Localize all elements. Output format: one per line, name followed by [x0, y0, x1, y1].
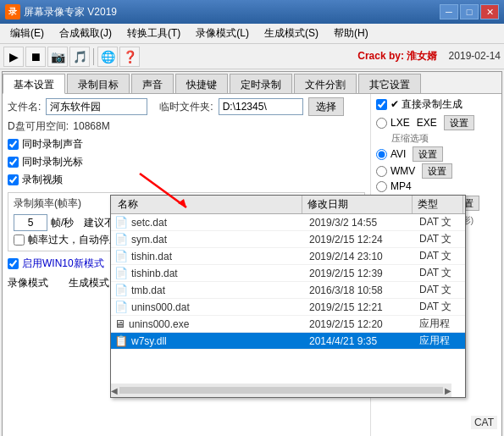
sync-optical-row: 同时录制光标: [8, 155, 365, 169]
app-icon: 录: [5, 4, 20, 19]
tab-other[interactable]: 其它设置: [358, 74, 421, 93]
file-row[interactable]: 📄 unins000.dat 2019/2/15 12:21 DAT 文: [111, 299, 465, 316]
avi-settings-btn[interactable]: 设置: [413, 146, 443, 162]
file-type: DAT 文: [414, 249, 465, 263]
sync-sound-row: 同时录制声音: [8, 137, 365, 152]
file-date: 2016/3/18 10:58: [304, 284, 414, 296]
select-folder-button[interactable]: 选择: [308, 97, 344, 116]
file-name: unins000.dat: [131, 301, 190, 313]
file-name-cell: 📄 tmb.dat: [111, 284, 304, 296]
col-date[interactable]: 修改日期: [302, 196, 413, 213]
lxe-radio[interactable]: [376, 118, 387, 129]
file-row[interactable]: 📄 sym.dat 2019/2/15 12:24 DAT 文: [111, 231, 465, 248]
file-name: tishin.dat: [131, 251, 172, 262]
menu-edit[interactable]: 编辑(E): [3, 25, 51, 42]
wmv-label: WMV: [390, 165, 415, 177]
file-name: setc.dat: [131, 217, 167, 229]
file-icon: 📄: [114, 267, 128, 279]
sync-optical-check[interactable]: [8, 157, 19, 168]
col-name[interactable]: 名称: [113, 196, 302, 213]
exe-label: EXE: [417, 117, 437, 129]
file-row[interactable]: 📄 tmb.dat 2016/3/18 10:58 DAT 文: [111, 282, 465, 299]
maximize-button[interactable]: □: [460, 4, 479, 19]
file-list-header: 名称 修改日期 类型: [111, 196, 465, 214]
wmv-settings-btn[interactable]: 设置: [422, 163, 452, 179]
sync-sound-label: 同时录制声音: [22, 137, 83, 152]
minimize-button[interactable]: ─: [440, 4, 458, 19]
temp-folder-input[interactable]: [219, 98, 303, 115]
file-name: tishinb.dat: [131, 268, 178, 279]
sync-sound-check[interactable]: [8, 139, 19, 150]
win10-mode-check[interactable]: [8, 258, 19, 269]
file-name-cell: 📄 sym.dat: [111, 233, 304, 246]
file-name-cell: 📋 w7sy.dll: [111, 334, 304, 347]
window-controls: ─ □ ✕: [440, 4, 499, 19]
mp4-label: MP4: [390, 180, 412, 192]
lxe-label: LXE: [390, 117, 410, 129]
tab-record-target[interactable]: 录制目标: [67, 74, 130, 93]
lxe-row: LXE EXE 设置: [376, 115, 496, 130]
file-row[interactable]: 📄 tishinb.dat 2019/2/15 12:39 DAT 文: [111, 265, 465, 282]
file-icon: 📄: [114, 250, 128, 262]
file-type: DAT 文: [414, 300, 465, 314]
toolbar-btn-6[interactable]: ❓: [119, 47, 140, 67]
generate-mode-label: 生成模式: [69, 276, 109, 290]
overspeed-check[interactable]: [14, 235, 25, 246]
horizontal-scrollbar[interactable]: ◀ ▶: [111, 384, 451, 397]
toolbar-btn-1[interactable]: ▶: [3, 47, 24, 67]
direct-gen-check[interactable]: [376, 99, 387, 110]
tab-basic-settings[interactable]: 基本设置: [3, 74, 65, 94]
tab-hotkeys[interactable]: 快捷键: [175, 74, 228, 93]
disk-space-row: D盘可用空间: 10868M: [8, 119, 365, 134]
toolbar: ▶ ⏹ 📷 🎵 🌐 ❓ Crack by: 淮女婿 2019-02-14: [0, 44, 504, 69]
tab-timer[interactable]: 定时录制: [230, 74, 292, 93]
avi-radio[interactable]: [376, 149, 387, 160]
record-mode-label: 录像模式: [8, 276, 48, 290]
direct-gen-row: ✔ 直接录制生成: [376, 97, 496, 112]
file-row[interactable]: 📄 tishin.dat 2019/2/14 23:10 DAT 文: [111, 248, 465, 265]
mp4-radio[interactable]: [376, 181, 387, 192]
file-name: unins000.exe: [129, 318, 189, 330]
tab-sound[interactable]: 声音: [131, 74, 174, 93]
toolbar-btn-2[interactable]: ⏹: [25, 47, 46, 67]
lxe-settings-btn[interactable]: 设置: [444, 115, 474, 130]
file-row[interactable]: 📄 setc.dat 2019/3/2 14:55 DAT 文: [111, 214, 465, 231]
record-video-label: 录制视频: [22, 173, 63, 187]
avi-row: AVI 设置: [376, 146, 496, 162]
col-type[interactable]: 类型: [413, 196, 463, 213]
file-date: 2019/2/14 23:10: [304, 251, 414, 262]
win10-mode-label[interactable]: 启用WIN10新模式: [22, 257, 104, 271]
crack-info: Crack by: 淮女婿 2019-02-14: [357, 49, 501, 63]
file-type: DAT 文: [414, 232, 465, 246]
file-row[interactable]: 🖥 unins000.exe 2019/2/15 12:20 应用程: [111, 316, 465, 333]
wmv-radio[interactable]: [376, 166, 387, 177]
menu-convert[interactable]: 转换工具(T): [120, 25, 187, 42]
app-title: 屏幕录像专家 V2019: [24, 5, 440, 19]
freq-unit: 帧/秒: [51, 216, 74, 230]
temp-folder-label: 临时文件夹:: [159, 100, 213, 114]
file-type: DAT 文: [414, 215, 465, 229]
menu-record-mode[interactable]: 录像模式(L): [189, 25, 256, 42]
close-button[interactable]: ✕: [480, 4, 499, 19]
file-icon: 📋: [114, 334, 128, 347]
file-row[interactable]: 📋 w7sy.dll 2014/4/21 9:35 应用程: [111, 333, 465, 350]
disk-space-label: D盘可用空间: 10868M: [8, 119, 110, 134]
toolbar-btn-3[interactable]: 📷: [47, 47, 68, 67]
menu-help[interactable]: 帮助(H): [327, 25, 375, 42]
file-date: 2019/3/2 14:55: [304, 217, 414, 229]
freq-input[interactable]: [14, 214, 47, 231]
toolbar-btn-4[interactable]: 🎵: [69, 47, 90, 67]
format-radio-group: LXE EXE 设置 压缩选项 AVI 设置 WMV 设置 MP4: [376, 115, 496, 192]
toolbar-btn-5[interactable]: 🌐: [97, 47, 118, 67]
menu-generate-mode[interactable]: 生成模式(S): [258, 25, 325, 42]
file-name-cell: 🖥 unins000.exe: [111, 317, 304, 330]
file-date: 2019/2/15 12:21: [304, 301, 414, 313]
wmv-row: WMV 设置: [376, 163, 496, 179]
crack-date: 2019-02-14: [449, 50, 501, 62]
menu-composite[interactable]: 合成截取(J): [53, 25, 119, 42]
record-video-check[interactable]: [8, 174, 19, 185]
tab-split[interactable]: 文件分割: [294, 74, 357, 93]
filename-input[interactable]: [46, 98, 147, 115]
filename-label: 文件名:: [8, 100, 41, 114]
record-video-row: 录制视频: [8, 173, 365, 187]
